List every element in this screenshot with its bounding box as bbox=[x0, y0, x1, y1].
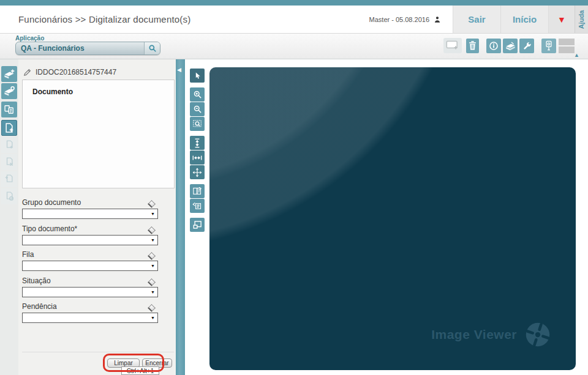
crop-button[interactable] bbox=[190, 218, 205, 232]
search-icon bbox=[148, 44, 157, 53]
zoom-in-icon bbox=[193, 90, 202, 99]
scanner-button[interactable] bbox=[503, 39, 518, 53]
trash-icon bbox=[469, 41, 477, 50]
situacao-label: Situação bbox=[22, 277, 51, 285]
fit-height-button[interactable] bbox=[190, 136, 205, 150]
viewer-toolbar bbox=[185, 59, 209, 375]
inicio-label: Início bbox=[513, 14, 537, 24]
app-window: Funcionários >> Digitalizar documento(s)… bbox=[0, 0, 588, 375]
fit-width-button[interactable] bbox=[190, 150, 205, 165]
ajuda-tab[interactable]: Ajuda bbox=[575, 6, 588, 33]
zoom-region-icon bbox=[192, 119, 202, 128]
document-merge-icon bbox=[4, 191, 15, 202]
scan-config-icon bbox=[4, 86, 15, 97]
document-section-box: Documento bbox=[22, 80, 175, 188]
document-add-icon bbox=[4, 122, 15, 133]
page-flip-button[interactable] bbox=[190, 199, 205, 213]
pendencia-select[interactable]: ▼ bbox=[22, 313, 158, 323]
wrench-icon bbox=[522, 41, 532, 50]
scan-config-button[interactable] bbox=[1, 83, 17, 99]
document-id-value: IDDOC20168514757447 bbox=[36, 68, 116, 76]
scan-add-button[interactable] bbox=[1, 66, 17, 82]
breadcrumb: Funcionários >> Digitalizar documento(s) bbox=[0, 6, 369, 33]
search-button[interactable] bbox=[144, 42, 160, 54]
zoom-out-button[interactable] bbox=[190, 102, 205, 116]
wrench-button[interactable] bbox=[519, 39, 534, 53]
top-toolbar bbox=[443, 38, 575, 53]
trash-button[interactable] bbox=[466, 39, 479, 53]
document-copy-button-disabled bbox=[1, 137, 17, 153]
clear-field-icon[interactable] bbox=[148, 252, 156, 260]
viewer-watermark: Image Viewer bbox=[431, 321, 551, 348]
document-seal-button[interactable] bbox=[541, 39, 556, 53]
pencil-icon bbox=[23, 68, 32, 76]
aplicacao-value: QA - Funcionários bbox=[16, 44, 144, 53]
aplicacao-select[interactable]: QA - Funcionários bbox=[15, 42, 160, 55]
scan-add-icon bbox=[4, 69, 15, 80]
info-button[interactable] bbox=[486, 39, 501, 53]
situacao-select[interactable]: ▼ bbox=[22, 287, 158, 297]
tipo-documento-select[interactable]: ▼ bbox=[22, 235, 158, 245]
pan-button[interactable] bbox=[190, 165, 205, 179]
image-viewer[interactable]: Image Viewer bbox=[209, 67, 576, 370]
document-delete-icon bbox=[4, 157, 15, 168]
collapse-toolbar-button[interactable]: ▲ bbox=[574, 53, 579, 58]
clear-field-icon[interactable] bbox=[148, 278, 156, 286]
field-fila: Fila ▼ bbox=[22, 250, 158, 271]
document-move-button-disabled bbox=[1, 171, 17, 187]
document-id-row: IDDOC20168514757447 bbox=[23, 68, 116, 76]
pages-view-button[interactable] bbox=[190, 184, 205, 198]
aplicacao-label: Aplicação bbox=[15, 35, 44, 42]
index-form-panel: IDDOC20168514757447 Documento Grupo docu… bbox=[18, 59, 176, 375]
user-session: Master - 05.08.2016 bbox=[369, 6, 453, 33]
chevron-down-icon: ▼ bbox=[151, 212, 157, 216]
chevron-down-icon: ▼ bbox=[151, 264, 157, 268]
red-triangle-icon: ▼ bbox=[557, 15, 566, 24]
field-tipo-documento: Tipo documento* ▼ bbox=[22, 224, 158, 245]
grupo-documento-select[interactable]: ▼ bbox=[22, 209, 158, 219]
header: Funcionários >> Digitalizar documento(s)… bbox=[0, 6, 588, 34]
left-toolbar bbox=[0, 59, 18, 375]
fit-width-icon bbox=[192, 154, 202, 162]
collapse-left-icon[interactable]: ◀ bbox=[177, 67, 181, 73]
aperture-logo-icon bbox=[524, 321, 551, 348]
clear-field-icon[interactable] bbox=[148, 200, 156, 208]
sair-button[interactable]: Sair bbox=[453, 6, 500, 33]
zoom-out-icon bbox=[193, 105, 202, 114]
main-area: IDDOC20168514757447 Documento Grupo docu… bbox=[0, 59, 588, 375]
document-seal-icon bbox=[545, 40, 553, 51]
documents-exchange-icon bbox=[4, 104, 15, 115]
info-icon bbox=[489, 41, 499, 51]
panel-footer-divider bbox=[22, 352, 174, 352]
menu-dropdown-button[interactable]: ▼ bbox=[548, 6, 575, 33]
fila-select[interactable]: ▼ bbox=[22, 261, 158, 271]
chevron-down-icon: ▼ bbox=[151, 290, 157, 294]
new-document-icon bbox=[443, 38, 462, 53]
user-session-label: Master - 05.08.2016 bbox=[369, 16, 429, 23]
zoom-in-button[interactable] bbox=[190, 87, 205, 102]
documents-exchange-button[interactable] bbox=[1, 102, 17, 117]
field-situacao: Situação ▼ bbox=[22, 276, 158, 297]
chevron-down-icon: ▼ bbox=[151, 316, 157, 320]
clear-field-icon[interactable] bbox=[148, 304, 156, 312]
list-placeholder-icon bbox=[559, 39, 575, 53]
inicio-button[interactable]: Início bbox=[500, 6, 548, 33]
document-delete-button-disabled bbox=[1, 154, 17, 170]
pan-icon bbox=[192, 168, 202, 177]
top-accent-bar bbox=[0, 0, 588, 6]
ajuda-label: Ajuda bbox=[578, 10, 586, 29]
pointer-icon bbox=[194, 72, 202, 80]
zoom-region-button[interactable] bbox=[190, 117, 205, 131]
panel-splitter[interactable]: ◀ bbox=[176, 59, 185, 375]
field-pendencia: Pendência ▼ bbox=[22, 302, 158, 323]
document-section-title: Documento bbox=[32, 87, 174, 96]
field-grupo-documento: Grupo documento ▼ bbox=[22, 198, 158, 219]
clear-field-icon[interactable] bbox=[148, 226, 156, 234]
pointer-tool-button[interactable] bbox=[190, 69, 205, 83]
user-icon bbox=[433, 15, 442, 24]
crop-icon bbox=[193, 220, 202, 229]
pages-view-icon bbox=[192, 187, 202, 196]
fila-label: Fila bbox=[22, 250, 34, 259]
grupo-documento-label: Grupo documento bbox=[22, 198, 81, 207]
document-add-button[interactable] bbox=[1, 120, 17, 136]
